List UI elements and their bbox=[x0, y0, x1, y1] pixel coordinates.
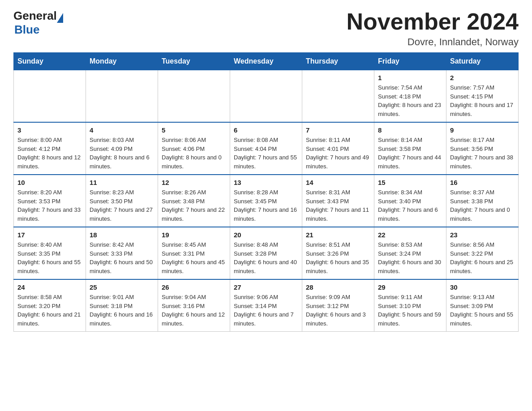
day-info: Sunrise: 8:53 AM Sunset: 3:24 PM Dayligh… bbox=[378, 240, 442, 275]
weekday-header-saturday: Saturday bbox=[446, 53, 519, 70]
weekday-header-sunday: Sunday bbox=[14, 53, 86, 70]
day-number: 15 bbox=[378, 179, 442, 186]
month-title: November 2024 bbox=[347, 9, 519, 34]
day-info: Sunrise: 7:57 AM Sunset: 4:15 PM Dayligh… bbox=[450, 83, 515, 118]
calendar-cell: 20Sunrise: 8:48 AM Sunset: 3:28 PM Dayli… bbox=[230, 227, 302, 279]
calendar-cell: 11Sunrise: 8:23 AM Sunset: 3:50 PM Dayli… bbox=[86, 175, 158, 227]
calendar-week-3: 10Sunrise: 8:20 AM Sunset: 3:53 PM Dayli… bbox=[14, 175, 519, 227]
calendar-cell: 16Sunrise: 8:37 AM Sunset: 3:38 PM Dayli… bbox=[446, 175, 519, 227]
day-info: Sunrise: 9:13 AM Sunset: 3:09 PM Dayligh… bbox=[450, 293, 515, 328]
calendar-cell: 9Sunrise: 8:17 AM Sunset: 3:56 PM Daylig… bbox=[446, 122, 519, 175]
day-number: 29 bbox=[378, 283, 442, 291]
day-number: 17 bbox=[17, 231, 82, 239]
day-info: Sunrise: 8:03 AM Sunset: 4:09 PM Dayligh… bbox=[90, 136, 154, 171]
weekday-header-row: SundayMondayTuesdayWednesdayThursdayFrid… bbox=[14, 53, 519, 70]
day-number: 10 bbox=[17, 179, 82, 186]
day-number: 9 bbox=[450, 126, 515, 134]
calendar-cell: 1Sunrise: 7:54 AM Sunset: 4:18 PM Daylig… bbox=[374, 70, 446, 123]
day-number: 19 bbox=[162, 231, 226, 239]
calendar-cell: 29Sunrise: 9:11 AM Sunset: 3:10 PM Dayli… bbox=[374, 279, 446, 332]
day-info: Sunrise: 8:20 AM Sunset: 3:53 PM Dayligh… bbox=[17, 188, 82, 223]
title-block: November 2024 Dovre, Innlandet, Norway bbox=[347, 9, 519, 48]
day-info: Sunrise: 9:04 AM Sunset: 3:16 PM Dayligh… bbox=[162, 293, 226, 328]
calendar-cell: 27Sunrise: 9:06 AM Sunset: 3:14 PM Dayli… bbox=[230, 279, 302, 332]
day-number: 26 bbox=[162, 283, 226, 291]
calendar-cell: 18Sunrise: 8:42 AM Sunset: 3:33 PM Dayli… bbox=[86, 227, 158, 279]
calendar-cell: 15Sunrise: 8:34 AM Sunset: 3:40 PM Dayli… bbox=[374, 175, 446, 227]
day-info: Sunrise: 9:11 AM Sunset: 3:10 PM Dayligh… bbox=[378, 293, 442, 328]
day-info: Sunrise: 8:48 AM Sunset: 3:28 PM Dayligh… bbox=[234, 240, 298, 275]
calendar-week-2: 3Sunrise: 8:00 AM Sunset: 4:12 PM Daylig… bbox=[14, 122, 519, 175]
day-info: Sunrise: 8:51 AM Sunset: 3:26 PM Dayligh… bbox=[306, 240, 370, 275]
day-info: Sunrise: 8:45 AM Sunset: 3:31 PM Dayligh… bbox=[162, 240, 226, 275]
day-info: Sunrise: 8:17 AM Sunset: 3:56 PM Dayligh… bbox=[450, 136, 515, 171]
calendar-cell: 10Sunrise: 8:20 AM Sunset: 3:53 PM Dayli… bbox=[14, 175, 86, 227]
day-info: Sunrise: 8:58 AM Sunset: 3:20 PM Dayligh… bbox=[17, 293, 82, 328]
calendar-week-5: 24Sunrise: 8:58 AM Sunset: 3:20 PM Dayli… bbox=[14, 279, 519, 332]
calendar-cell bbox=[86, 70, 158, 123]
calendar-cell: 2Sunrise: 7:57 AM Sunset: 4:15 PM Daylig… bbox=[446, 70, 519, 123]
calendar-cell: 13Sunrise: 8:28 AM Sunset: 3:45 PM Dayli… bbox=[230, 175, 302, 227]
day-number: 30 bbox=[450, 283, 515, 291]
day-number: 21 bbox=[306, 231, 370, 239]
logo-block: General Blue bbox=[13, 9, 63, 37]
day-number: 4 bbox=[90, 126, 154, 134]
logo-general-text: General bbox=[13, 9, 57, 23]
day-info: Sunrise: 7:54 AM Sunset: 4:18 PM Dayligh… bbox=[378, 83, 442, 118]
logo-arrow-icon bbox=[57, 13, 63, 23]
weekday-header-thursday: Thursday bbox=[302, 53, 374, 70]
day-info: Sunrise: 8:08 AM Sunset: 4:04 PM Dayligh… bbox=[234, 136, 298, 171]
calendar-cell: 8Sunrise: 8:14 AM Sunset: 3:58 PM Daylig… bbox=[374, 122, 446, 175]
day-number: 25 bbox=[90, 283, 154, 291]
calendar-cell: 3Sunrise: 8:00 AM Sunset: 4:12 PM Daylig… bbox=[14, 122, 86, 175]
day-number: 28 bbox=[306, 283, 370, 291]
day-number: 8 bbox=[378, 126, 442, 134]
day-number: 2 bbox=[450, 74, 515, 81]
day-number: 23 bbox=[450, 231, 515, 239]
calendar-cell: 28Sunrise: 9:09 AM Sunset: 3:12 PM Dayli… bbox=[302, 279, 374, 332]
weekday-header-tuesday: Tuesday bbox=[158, 53, 230, 70]
day-info: Sunrise: 9:01 AM Sunset: 3:18 PM Dayligh… bbox=[90, 293, 154, 328]
day-number: 14 bbox=[306, 179, 370, 186]
day-info: Sunrise: 8:28 AM Sunset: 3:45 PM Dayligh… bbox=[234, 188, 298, 223]
location-label: Dovre, Innlandet, Norway bbox=[347, 36, 519, 48]
day-info: Sunrise: 8:37 AM Sunset: 3:38 PM Dayligh… bbox=[450, 188, 515, 223]
day-number: 11 bbox=[90, 179, 154, 186]
day-info: Sunrise: 8:00 AM Sunset: 4:12 PM Dayligh… bbox=[17, 136, 82, 171]
calendar-cell: 21Sunrise: 8:51 AM Sunset: 3:26 PM Dayli… bbox=[302, 227, 374, 279]
calendar-cell bbox=[302, 70, 374, 123]
day-number: 1 bbox=[378, 74, 442, 81]
day-info: Sunrise: 8:26 AM Sunset: 3:48 PM Dayligh… bbox=[162, 188, 226, 223]
calendar-cell: 19Sunrise: 8:45 AM Sunset: 3:31 PM Dayli… bbox=[158, 227, 230, 279]
logo-row1: General bbox=[13, 9, 63, 23]
day-info: Sunrise: 8:34 AM Sunset: 3:40 PM Dayligh… bbox=[378, 188, 442, 223]
calendar-cell: 7Sunrise: 8:11 AM Sunset: 4:01 PM Daylig… bbox=[302, 122, 374, 175]
day-number: 6 bbox=[234, 126, 298, 134]
day-number: 22 bbox=[378, 231, 442, 239]
calendar-cell: 4Sunrise: 8:03 AM Sunset: 4:09 PM Daylig… bbox=[86, 122, 158, 175]
day-info: Sunrise: 8:23 AM Sunset: 3:50 PM Dayligh… bbox=[90, 188, 154, 223]
day-number: 12 bbox=[162, 179, 226, 186]
day-number: 20 bbox=[234, 231, 298, 239]
weekday-header-friday: Friday bbox=[374, 53, 446, 70]
calendar-cell: 23Sunrise: 8:56 AM Sunset: 3:22 PM Dayli… bbox=[446, 227, 519, 279]
day-number: 27 bbox=[234, 283, 298, 291]
day-info: Sunrise: 8:11 AM Sunset: 4:01 PM Dayligh… bbox=[306, 136, 370, 171]
calendar-cell: 6Sunrise: 8:08 AM Sunset: 4:04 PM Daylig… bbox=[230, 122, 302, 175]
day-info: Sunrise: 8:14 AM Sunset: 3:58 PM Dayligh… bbox=[378, 136, 442, 171]
weekday-header-wednesday: Wednesday bbox=[230, 53, 302, 70]
calendar-week-1: 1Sunrise: 7:54 AM Sunset: 4:18 PM Daylig… bbox=[14, 70, 519, 123]
weekday-header-monday: Monday bbox=[86, 53, 158, 70]
day-info: Sunrise: 8:42 AM Sunset: 3:33 PM Dayligh… bbox=[90, 240, 154, 275]
day-info: Sunrise: 8:31 AM Sunset: 3:43 PM Dayligh… bbox=[306, 188, 370, 223]
calendar-cell bbox=[14, 70, 86, 123]
day-info: Sunrise: 9:09 AM Sunset: 3:12 PM Dayligh… bbox=[306, 293, 370, 328]
page-header: General Blue November 2024 Dovre, Innlan… bbox=[13, 9, 519, 48]
day-number: 3 bbox=[17, 126, 82, 134]
calendar-cell bbox=[158, 70, 230, 123]
day-info: Sunrise: 8:40 AM Sunset: 3:35 PM Dayligh… bbox=[17, 240, 82, 275]
day-info: Sunrise: 8:06 AM Sunset: 4:06 PM Dayligh… bbox=[162, 136, 226, 171]
day-info: Sunrise: 9:06 AM Sunset: 3:14 PM Dayligh… bbox=[234, 293, 298, 328]
calendar-cell bbox=[230, 70, 302, 123]
calendar-cell: 12Sunrise: 8:26 AM Sunset: 3:48 PM Dayli… bbox=[158, 175, 230, 227]
